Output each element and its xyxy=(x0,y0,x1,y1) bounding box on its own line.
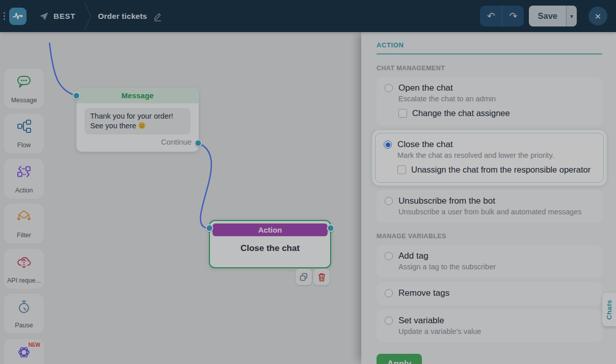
pulse-logo-icon xyxy=(12,11,23,22)
option-add-tag[interactable]: Add tag Assign a tag to the subscriber xyxy=(377,245,602,277)
edit-pencil-icon[interactable] xyxy=(153,11,163,21)
edge-incoming xyxy=(49,43,76,96)
action-node-selected[interactable]: Action Close the chat xyxy=(209,220,331,268)
panel-title: ACTION xyxy=(377,32,602,49)
filter-icon xyxy=(16,209,32,223)
radio-set-variable[interactable] xyxy=(385,317,393,325)
palette-item-pause[interactable]: Pause xyxy=(4,294,44,333)
redo-arrow-icon: ↷ xyxy=(509,10,517,22)
action-node-header: Action xyxy=(212,223,328,236)
slightly-smiling-face-emoji xyxy=(138,122,146,129)
option-set-variable[interactable]: Set variable Update a variable's value xyxy=(377,310,602,342)
undo-arrow-icon: ↶ xyxy=(487,10,495,22)
save-button[interactable]: Save xyxy=(529,6,566,26)
duplicate-icon xyxy=(299,272,308,282)
option-close-the-chat[interactable]: Close the chat Mark the chat as resolved… xyxy=(375,133,604,183)
chevron-down-icon: ▾ xyxy=(570,13,573,20)
palette-item-api-request[interactable]: API reque... xyxy=(4,249,44,289)
flow-title: Order tickets xyxy=(98,12,147,20)
radio-remove-tags[interactable] xyxy=(385,289,393,297)
breadcrumb[interactable]: BEST xyxy=(39,11,75,21)
option-remove-tags[interactable]: Remove tags xyxy=(377,282,602,305)
radio-unsubscribe-from-bot[interactable] xyxy=(385,197,393,205)
save-dropdown-button[interactable]: ▾ xyxy=(566,6,577,26)
api-request-icon xyxy=(16,255,32,269)
kebab-menu-icon[interactable] xyxy=(4,12,5,20)
option-unsubscribe-from-bot[interactable]: Unsubscribe from the bot Unsubscribe a u… xyxy=(377,190,602,222)
trash-icon xyxy=(317,272,326,282)
topbar: BEST Order tickets ↶ ↷ Save ▾ × xyxy=(0,0,616,32)
radio-open-the-chat[interactable] xyxy=(385,84,393,92)
palette-item-flow[interactable]: Flow xyxy=(4,114,44,153)
history-buttons: ↶ ↷ xyxy=(480,6,524,26)
paper-plane-icon xyxy=(39,11,49,21)
message-node-header: Message xyxy=(76,88,199,103)
group-label-manage-variables: MANAGE VARIABLES xyxy=(377,233,602,240)
edge-message-to-action xyxy=(198,143,211,228)
option-open-the-chat[interactable]: Open the chat Escalate the chat to an ad… xyxy=(377,77,602,126)
message-node[interactable]: Message Thank you for your order! See yo… xyxy=(76,88,199,152)
radio-add-tag[interactable] xyxy=(385,252,393,260)
duplicate-node-button[interactable] xyxy=(296,269,312,285)
chats-side-tab[interactable]: Chats xyxy=(602,293,616,326)
panel-title-divider xyxy=(377,53,602,54)
group-label-chat-management: CHAT MANAGEMENT xyxy=(377,65,602,72)
palette-item-action[interactable]: Action xyxy=(4,159,44,199)
radio-close-the-chat[interactable] xyxy=(384,141,392,149)
apply-button[interactable]: Apply xyxy=(377,354,422,364)
flow-icon xyxy=(16,119,32,133)
close-builder-button[interactable]: × xyxy=(588,7,607,25)
message-bubble-icon xyxy=(16,74,32,90)
node-palette: Message Flow Action xyxy=(0,32,48,364)
palette-item-message[interactable]: Message xyxy=(4,69,44,108)
delete-node-button[interactable] xyxy=(313,269,330,285)
action-icon xyxy=(17,164,31,179)
breadcrumb-divider xyxy=(84,1,92,32)
flow-builder-app: BEST Order tickets ↶ ↷ Save ▾ × xyxy=(0,0,616,364)
action-settings-panel: ACTION CHAT MANAGEMENT Open the chat Esc… xyxy=(361,32,616,364)
pause-icon xyxy=(17,299,31,315)
undo-button[interactable]: ↶ xyxy=(480,6,502,26)
action-output-port[interactable] xyxy=(327,225,335,232)
message-input-port[interactable] xyxy=(73,92,81,100)
continue-output-label: Continue xyxy=(161,137,192,146)
action-node-title: Close the chat xyxy=(210,243,330,254)
bot-name: BEST xyxy=(53,12,75,20)
tutorial-spotlight: Close the chat Mark the chat as resolved… xyxy=(372,130,606,185)
ai-step-icon xyxy=(16,345,32,360)
node-toolbar xyxy=(296,269,330,285)
app-logo[interactable] xyxy=(9,8,26,25)
redo-button[interactable]: ↷ xyxy=(502,6,524,26)
checkbox-unassign-chat[interactable] xyxy=(397,165,406,174)
action-input-port[interactable] xyxy=(206,225,213,232)
close-icon: × xyxy=(595,10,601,22)
save-split-button: Save ▾ xyxy=(529,6,577,26)
palette-item-filter[interactable]: Filter xyxy=(4,204,44,243)
message-node-text: Thank you for your order! See you there xyxy=(85,108,191,134)
message-continue-port[interactable] xyxy=(195,139,202,147)
palette-item-ai-step[interactable]: NEW AI Step xyxy=(4,339,44,364)
checkbox-change-chat-assignee[interactable] xyxy=(398,109,407,118)
